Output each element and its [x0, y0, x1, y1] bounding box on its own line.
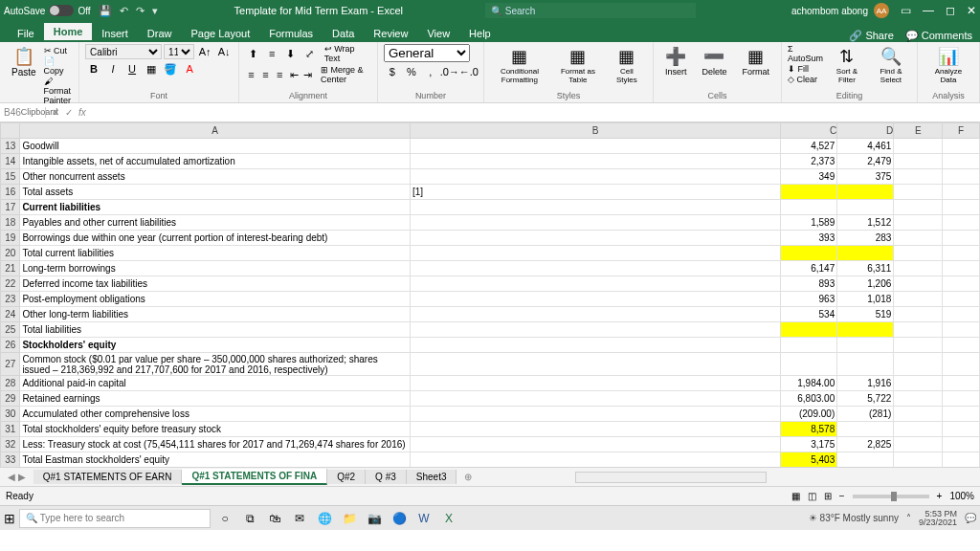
table-row[interactable]: 14Intangible assets, net of accumulated …	[1, 154, 980, 169]
table-row[interactable]: 21Long-term borrowings6,1476,311	[1, 261, 980, 276]
tab-formulas[interactable]: Formulas	[259, 25, 323, 42]
mail-icon[interactable]: ✉	[289, 508, 310, 529]
col-header-B[interactable]: B	[410, 123, 780, 139]
increase-font-icon[interactable]: A↑	[196, 44, 213, 59]
tab-insert[interactable]: Insert	[92, 25, 138, 42]
inc-decimal-icon[interactable]: .0→	[441, 64, 458, 79]
tray-chevron-icon[interactable]: ˄	[906, 513, 911, 523]
zoom-level[interactable]: 100%	[949, 491, 974, 501]
table-row[interactable]: 17Current liabilities	[1, 200, 980, 215]
sheet-tab-1[interactable]: Q#1 STATEMENTS OF EARN	[33, 470, 183, 484]
row-header[interactable]: 31	[1, 422, 20, 437]
explorer-icon[interactable]: 📁	[339, 508, 360, 529]
row-header[interactable]: 27	[1, 353, 20, 376]
tab-draw[interactable]: Draw	[138, 25, 182, 42]
clock[interactable]: 5:53 PM 9/23/2021	[919, 510, 957, 527]
conditional-formatting-button[interactable]: ▦Conditional Formatting	[490, 44, 549, 86]
row-header[interactable]: 33	[1, 452, 20, 468]
sheet-tab-2[interactable]: Q#1 STATEMENTS OF FINA	[182, 469, 327, 485]
sheet-tab-3[interactable]: Q#2	[327, 470, 366, 484]
minimize-icon[interactable]: —	[923, 4, 934, 17]
table-row[interactable]: 19Borrowings due within one year (curren…	[1, 231, 980, 246]
row-header[interactable]: 20	[1, 246, 20, 261]
align-top-icon[interactable]: ⬆	[245, 46, 261, 61]
row-header[interactable]: 21	[1, 261, 20, 276]
tab-help[interactable]: Help	[459, 25, 501, 42]
notifications-icon[interactable]: 💬	[965, 513, 976, 523]
comments-button[interactable]: 💬 Comments	[905, 30, 972, 42]
zoom-out-icon[interactable]: −	[839, 491, 845, 501]
view-break-icon[interactable]: ⊞	[824, 491, 832, 501]
row-header[interactable]: 14	[1, 154, 20, 169]
tab-file[interactable]: File	[8, 25, 44, 42]
table-row[interactable]: 22Deferred income tax liabilities8931,20…	[1, 276, 980, 292]
tab-data[interactable]: Data	[323, 25, 364, 42]
close-icon[interactable]: ✕	[967, 4, 976, 17]
row-header[interactable]: 13	[1, 139, 20, 154]
fill-color-icon[interactable]: 🪣	[162, 61, 179, 77]
cell-styles-button[interactable]: ▦Cell Styles	[607, 44, 647, 86]
save-icon[interactable]: 💾	[99, 5, 112, 17]
indent-inc-icon[interactable]: ⇥	[301, 67, 314, 82]
row-header[interactable]: 26	[1, 338, 20, 353]
fx-icon[interactable]: fx	[78, 107, 86, 118]
table-row[interactable]: 33Total Eastman stockholders' equity5,40…	[1, 452, 980, 468]
undo-icon[interactable]: ↶	[120, 5, 128, 17]
spreadsheet-grid[interactable]: A B C D E F 13Goodwill4,5274,46114Intang…	[0, 122, 980, 467]
cortana-icon[interactable]: ○	[214, 508, 235, 529]
wrap-text-button[interactable]: ↩ Wrap Text	[324, 44, 371, 63]
table-row[interactable]: 24Other long-term liabilities534519	[1, 307, 980, 322]
enter-fx-icon[interactable]: ✓	[65, 107, 73, 118]
border-icon[interactable]: ▦	[143, 61, 160, 77]
col-header-C[interactable]: C	[781, 123, 837, 139]
table-row[interactable]: 32Less: Treasury stock at cost (75,454,1…	[1, 437, 980, 452]
table-row[interactable]: 16Total assets[1]	[1, 185, 980, 200]
row-header[interactable]: 15	[1, 169, 20, 185]
percent-icon[interactable]: %	[403, 64, 420, 79]
orientation-icon[interactable]: ⤢	[301, 46, 317, 61]
font-name-select[interactable]: Calibri	[85, 44, 162, 59]
table-row[interactable]: 31Total stockholders' equity before trea…	[1, 422, 980, 437]
taskbar-search[interactable]: 🔍 Type here to search	[19, 509, 211, 528]
font-color-icon[interactable]: A	[181, 61, 198, 77]
merge-center-button[interactable]: ⊞ Merge & Center	[321, 65, 371, 84]
edge-icon[interactable]: 🌐	[314, 508, 335, 529]
sheet-tab-5[interactable]: Sheet3	[407, 470, 457, 484]
align-right-icon[interactable]: ≡	[274, 67, 286, 82]
start-button[interactable]: ⊞	[4, 511, 15, 526]
decrease-font-icon[interactable]: A↓	[215, 44, 233, 59]
row-header[interactable]: 28	[1, 376, 20, 391]
sort-filter-button[interactable]: ⇅Sort & Filter	[827, 44, 867, 86]
tab-review[interactable]: Review	[364, 25, 417, 42]
add-sheet-button[interactable]: ⊕	[457, 472, 479, 482]
dec-decimal-icon[interactable]: ←.0	[460, 64, 478, 79]
row-header[interactable]: 24	[1, 307, 20, 322]
row-header[interactable]: 17	[1, 200, 20, 215]
bold-icon[interactable]: B	[85, 61, 102, 77]
number-format-select[interactable]: General	[384, 44, 470, 62]
align-bottom-icon[interactable]: ⬇	[282, 46, 299, 61]
table-row[interactable]: 20Total current liabilities	[1, 246, 980, 261]
comma-icon[interactable]: ,	[422, 64, 439, 79]
autosum-button[interactable]: Σ AutoSum	[788, 44, 823, 63]
horizontal-scrollbar[interactable]	[575, 472, 767, 483]
table-row[interactable]: 15Other noncurrent assets349375	[1, 169, 980, 185]
row-header[interactable]: 19	[1, 231, 20, 246]
align-middle-icon[interactable]: ≡	[264, 46, 280, 61]
row-header[interactable]: 18	[1, 215, 20, 231]
table-row[interactable]: 27Common stock ($0.01 par value per shar…	[1, 353, 980, 376]
fill-button[interactable]: ⬇ Fill	[788, 64, 823, 74]
table-row[interactable]: 13Goodwill4,5274,461	[1, 139, 980, 154]
col-header-F[interactable]: F	[943, 123, 980, 139]
row-header[interactable]: 22	[1, 276, 20, 292]
col-header-E[interactable]: E	[894, 123, 943, 139]
analyze-button[interactable]: 📊Analyze Data	[924, 44, 973, 86]
select-all-corner[interactable]	[1, 123, 20, 139]
insert-cells-button[interactable]: ➕Insert	[659, 44, 693, 78]
zoom-slider[interactable]	[853, 495, 929, 498]
sheet-tab-4[interactable]: Q #3	[366, 470, 407, 484]
table-row[interactable]: 23Post-employment obligations9631,018	[1, 292, 980, 307]
ribbon-options-icon[interactable]: ▭	[901, 4, 911, 17]
share-button[interactable]: 🔗 Share	[849, 30, 893, 42]
user-account[interactable]: achombom abong AA	[791, 3, 889, 18]
